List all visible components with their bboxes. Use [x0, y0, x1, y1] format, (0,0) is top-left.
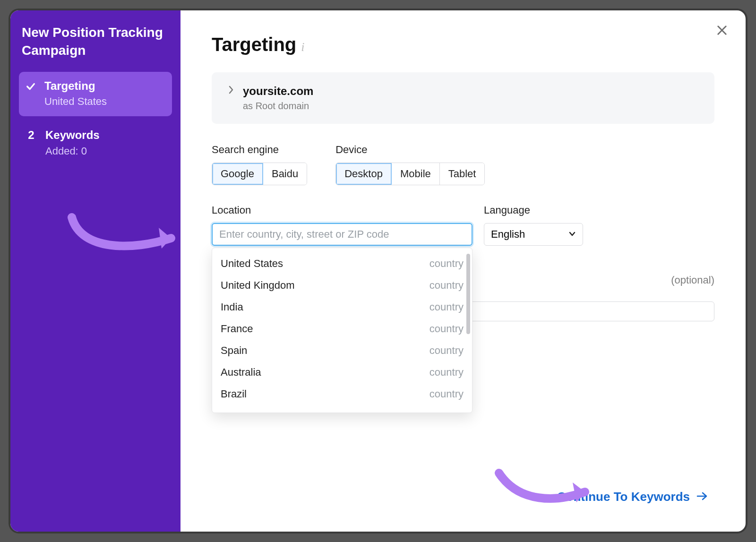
location-dropdown: United StatescountryUnited Kingdomcountr… — [212, 248, 472, 413]
location-label: Location — [212, 204, 472, 216]
device-option-mobile[interactable]: Mobile — [392, 163, 440, 185]
location-input[interactable] — [212, 223, 472, 246]
sidebar-title: New Position Tracking Campaign — [22, 24, 170, 60]
location-suggestion-type: country — [430, 279, 464, 292]
step-sublabel: Added: 0 — [45, 145, 100, 157]
close-icon — [715, 24, 729, 39]
language-select[interactable]: English — [484, 223, 583, 246]
location-suggestion-name: Australia — [221, 366, 261, 379]
location-field: Location United StatescountryUnited King… — [212, 204, 472, 246]
location-suggestion[interactable]: Indiacountry — [212, 296, 472, 318]
chevron-down-icon — [568, 228, 576, 241]
device-label: Device — [335, 144, 485, 156]
location-suggestion[interactable]: Australiacountry — [212, 361, 472, 383]
location-suggestion-name: Spain — [221, 344, 247, 357]
info-icon[interactable]: i — [301, 40, 304, 54]
search-engine-option-baidu[interactable]: Baidu — [263, 163, 307, 185]
location-suggestion-type: country — [430, 366, 464, 379]
sidebar-step-targeting[interactable]: Targeting United States — [19, 72, 172, 117]
domain-card[interactable]: yoursite.com as Root domain — [212, 72, 714, 124]
location-suggestion[interactable]: Francecountry — [212, 318, 472, 340]
device-group: DesktopMobileTablet — [335, 163, 485, 185]
location-suggestion-type: country — [430, 344, 464, 357]
callout-arrow-continue — [490, 465, 604, 513]
location-suggestion-type: country — [430, 388, 464, 400]
step-label: Targeting — [44, 79, 107, 93]
location-suggestion-name: India — [221, 301, 243, 313]
continue-label: Continue To Keywords — [557, 490, 690, 504]
location-suggestion-name: United States — [221, 258, 283, 270]
location-suggestion-type: country — [430, 258, 464, 270]
language-field: Language English — [484, 204, 583, 246]
page-title-text: Targeting — [212, 34, 296, 55]
device-field: Device DesktopMobileTablet — [335, 144, 485, 185]
location-suggestion[interactable]: United Kingdomcountry — [212, 275, 472, 296]
domain-sub: as Root domain — [243, 101, 313, 112]
check-icon — [26, 79, 36, 108]
language-label: Language — [484, 204, 583, 216]
close-button[interactable] — [713, 22, 731, 41]
location-suggestion[interactable]: Spaincountry — [212, 340, 472, 361]
page-title: Targeting i — [212, 34, 714, 55]
step-sublabel: United States — [44, 95, 107, 108]
search-engine-option-google[interactable]: Google — [212, 163, 263, 185]
main-panel: Targeting i yoursite.com as Root domain … — [180, 10, 746, 532]
device-option-tablet[interactable]: Tablet — [440, 163, 485, 185]
search-engine-field: Search engine GoogleBaidu — [212, 144, 307, 185]
location-suggestion[interactable]: United Statescountry — [212, 253, 472, 275]
search-engine-label: Search engine — [212, 144, 307, 156]
continue-button[interactable]: Continue To Keywords — [557, 490, 708, 504]
sidebar: New Position Tracking Campaign Targeting… — [10, 10, 180, 532]
language-selected: English — [491, 228, 525, 241]
arrow-right-icon — [696, 490, 708, 504]
location-suggestion-name: Brazil — [221, 388, 247, 400]
location-suggestion[interactable]: Brazilcountry — [212, 383, 472, 405]
search-engine-group: GoogleBaidu — [212, 163, 307, 185]
location-suggestion-name: France — [221, 323, 253, 335]
location-suggestion-type: country — [430, 323, 464, 335]
chevron-right-icon — [228, 86, 234, 96]
domain-name: yoursite.com — [243, 85, 313, 98]
step-number: 2 — [26, 129, 37, 157]
device-option-desktop[interactable]: Desktop — [336, 163, 392, 185]
optional-label: (optional) — [671, 274, 714, 286]
location-suggestion-name: United Kingdom — [221, 279, 295, 292]
location-suggestion-type: country — [430, 301, 464, 313]
sidebar-step-keywords[interactable]: 2 Keywords Added: 0 — [19, 121, 172, 166]
step-label: Keywords — [45, 129, 100, 142]
